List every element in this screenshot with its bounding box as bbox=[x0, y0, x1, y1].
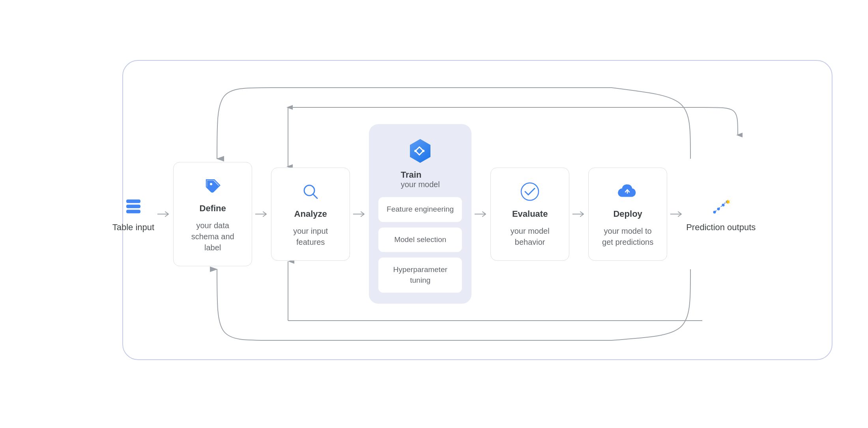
chart-icon bbox=[710, 195, 732, 218]
analyze-subtitle: your input features bbox=[282, 225, 339, 248]
svg-point-7 bbox=[414, 150, 417, 152]
define-subtitle: your data schema and label bbox=[185, 220, 241, 253]
svg-rect-0 bbox=[126, 199, 140, 203]
arrow-6 bbox=[670, 210, 683, 218]
arrow-5 bbox=[572, 210, 585, 218]
hyperparameter-tuning-card: Hyperparameter tuning bbox=[378, 258, 462, 293]
evaluate-card: Evaluate your model behavior bbox=[490, 167, 569, 261]
svg-rect-2 bbox=[126, 210, 140, 213]
train-title: Train bbox=[401, 170, 422, 180]
deploy-title: Deploy bbox=[613, 209, 642, 219]
analyze-title: Analyze bbox=[294, 209, 327, 219]
svg-point-8 bbox=[422, 150, 425, 152]
define-card: Define your data schema and label bbox=[173, 162, 252, 266]
diagram-container: Table input Define your data schema and … bbox=[20, 36, 848, 392]
evaluate-subtitle: your model behavior bbox=[502, 225, 558, 248]
analyze-card: Analyze your input features bbox=[271, 167, 350, 261]
prediction-outputs-label: Prediction outputs bbox=[686, 222, 756, 233]
model-selection-card: Model selection bbox=[378, 227, 462, 252]
checkmark-icon bbox=[519, 180, 541, 203]
arrow-4 bbox=[475, 210, 487, 218]
table-input-node: Table input bbox=[112, 195, 154, 233]
cloud-upload-icon bbox=[617, 180, 639, 203]
svg-line-6 bbox=[313, 194, 317, 198]
feature-engineering-card: Feature engineering bbox=[378, 197, 462, 222]
train-sub-cards: Feature engineering Model selection Hype… bbox=[378, 197, 462, 293]
table-input-label: Table input bbox=[112, 222, 154, 233]
svg-point-9 bbox=[521, 183, 539, 200]
define-title: Define bbox=[200, 203, 226, 214]
flow-row: Table input Define your data schema and … bbox=[20, 124, 848, 304]
svg-rect-1 bbox=[126, 205, 140, 208]
arrow-3 bbox=[353, 210, 366, 218]
database-icon bbox=[122, 195, 144, 218]
train-header: Train your model bbox=[401, 137, 440, 189]
train-subtitle: your model bbox=[401, 180, 440, 189]
prediction-outputs-node: Prediction outputs bbox=[686, 195, 756, 233]
deploy-subtitle: your model to get predictions bbox=[600, 225, 656, 248]
arrow-1 bbox=[157, 210, 170, 218]
train-panel: Train your model Feature engineering Mod… bbox=[369, 124, 471, 304]
automl-icon bbox=[406, 137, 434, 165]
svg-point-4 bbox=[210, 183, 212, 185]
deploy-card: Deploy your model to get predictions bbox=[588, 167, 667, 261]
tag-icon bbox=[202, 175, 224, 197]
evaluate-title: Evaluate bbox=[512, 209, 548, 219]
search-icon bbox=[299, 180, 322, 203]
arrow-2 bbox=[255, 210, 268, 218]
